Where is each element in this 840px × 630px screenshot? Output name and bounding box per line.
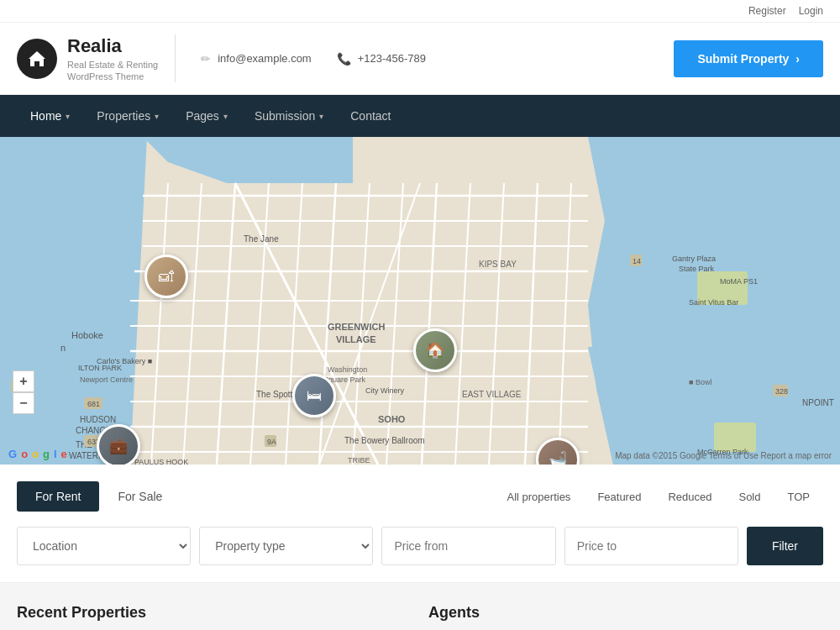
agents-title: Agents <box>428 604 823 622</box>
svg-text:SOHO: SOHO <box>378 414 406 424</box>
submit-property-button[interactable]: Submit Property › <box>674 40 823 77</box>
main-nav: Home ▾ Properties ▾ Pages ▾ Submission ▾… <box>0 95 840 137</box>
google-attribution: Google <box>8 448 67 460</box>
svg-text:328: 328 <box>775 387 788 396</box>
price-from-input[interactable] <box>381 527 555 565</box>
svg-text:Gantry Plaza: Gantry Plaza <box>672 255 716 263</box>
contact-area: ✏ info@example.com 📞 +123-456-789 <box>192 52 657 66</box>
nav-home[interactable]: Home ▾ <box>17 95 83 137</box>
for-rent-tab[interactable]: For Rent <box>17 481 99 512</box>
svg-text:Carlo's Bakery ■: Carlo's Bakery ■ <box>97 357 152 365</box>
register-link[interactable]: Register <box>748 5 786 17</box>
nav-submission[interactable]: Submission ▾ <box>241 95 337 137</box>
property-type-select[interactable]: Property type <box>199 527 373 565</box>
nav-contact[interactable]: Contact <box>337 95 404 137</box>
svg-text:HUDSON: HUDSON <box>80 415 116 424</box>
login-link[interactable]: Login <box>799 5 823 17</box>
filter-tabs: For Rent For Sale All properties Feature… <box>17 481 823 512</box>
svg-text:KIPS BAY: KIPS BAY <box>479 260 517 269</box>
email-contact: ✏ info@example.com <box>201 52 311 66</box>
chevron-down-icon: ▾ <box>319 112 323 121</box>
svg-text:9A: 9A <box>267 438 276 446</box>
filter-section: For Rent For Sale All properties Feature… <box>0 465 840 583</box>
svg-text:n: n <box>60 343 66 353</box>
recent-properties-title: Recent Properties <box>17 604 412 622</box>
logo-area: Realia Real Estate & Renting WordPress T… <box>17 34 176 82</box>
svg-text:■ Bowl: ■ Bowl <box>689 378 711 386</box>
svg-text:GREENWICH: GREENWICH <box>328 322 386 332</box>
nav-pages[interactable]: Pages ▾ <box>172 95 241 137</box>
phone-text: +123-456-789 <box>358 52 426 65</box>
for-sale-tab[interactable]: For Sale <box>99 481 181 512</box>
tagline-line1: Real Estate & Renting <box>67 59 158 71</box>
brand-name: Realia <box>67 34 158 59</box>
svg-text:PAULUS HOOK: PAULUS HOOK <box>134 458 188 465</box>
zoom-out-button[interactable]: − <box>13 392 34 414</box>
zoom-in-button[interactable]: + <box>13 370 34 392</box>
svg-text:VILLAGE: VILLAGE <box>336 334 376 344</box>
svg-text:State Park: State Park <box>679 265 715 273</box>
svg-text:681: 681 <box>87 400 100 408</box>
header: Realia Real Estate & Renting WordPress T… <box>0 23 840 95</box>
map-marker-2[interactable]: 🏠 <box>413 328 457 372</box>
svg-text:Saint Vitus Bar: Saint Vitus Bar <box>689 298 738 307</box>
phone-contact: 📞 +123-456-789 <box>337 52 426 66</box>
nav-properties[interactable]: Properties ▾ <box>83 95 172 137</box>
svg-text:Hoboke: Hoboke <box>71 330 103 340</box>
sold-tab[interactable]: Sold <box>725 484 774 510</box>
reduced-tab[interactable]: Reduced <box>654 484 725 510</box>
filter-right-tabs: All properties Featured Reduced Sold TOP <box>494 484 824 510</box>
top-tab[interactable]: TOP <box>774 484 824 510</box>
svg-text:City Winery: City Winery <box>365 386 405 395</box>
chevron-down-icon: ▾ <box>66 112 70 121</box>
svg-text:The Jane: The Jane <box>244 234 279 244</box>
svg-text:NPOINT: NPOINT <box>802 398 834 407</box>
bottom-section: Recent Properties Agents <box>0 583 840 630</box>
svg-text:TRIBE: TRIBE <box>348 456 370 465</box>
pencil-icon: ✏ <box>201 52 211 66</box>
map-attribution: Map data ©2015 Google Terms of Use Repor… <box>615 451 832 460</box>
map-container[interactable]: Hoboke n HUDSON CHANGE THE WATERFRONT GR… <box>0 137 840 465</box>
tagline-line2: WordPress Theme <box>67 71 158 82</box>
price-to-input[interactable] <box>564 527 738 565</box>
filter-row: Location Property type Filter <box>17 527 823 565</box>
top-bar: Register Login <box>0 0 840 23</box>
svg-text:Newport Centre: Newport Centre <box>80 375 133 384</box>
phone-icon: 📞 <box>337 52 351 66</box>
svg-text:Washington: Washington <box>328 365 367 374</box>
map-marker-3[interactable]: 🛏 <box>292 374 336 417</box>
logo-icon <box>17 39 57 79</box>
zoom-controls: + − <box>13 370 34 414</box>
svg-text:EAST VILLAGE: EAST VILLAGE <box>462 390 522 399</box>
map-marker-1[interactable]: 🛋 <box>144 255 188 298</box>
chevron-down-icon: ▾ <box>223 112 228 121</box>
map-marker-4[interactable]: 💼 <box>97 424 140 465</box>
featured-tab[interactable]: Featured <box>584 484 654 510</box>
chevron-down-icon: ▾ <box>155 112 159 121</box>
filter-button[interactable]: Filter <box>747 527 823 565</box>
all-properties-tab[interactable]: All properties <box>494 484 585 510</box>
location-select[interactable]: Location <box>17 527 191 565</box>
svg-text:14: 14 <box>633 257 641 265</box>
email-text: info@example.com <box>218 52 311 65</box>
svg-text:The Bowery Ballroom: The Bowery Ballroom <box>344 436 425 445</box>
svg-text:MoMA PS1: MoMA PS1 <box>720 277 758 286</box>
svg-marker-1 <box>0 137 147 465</box>
